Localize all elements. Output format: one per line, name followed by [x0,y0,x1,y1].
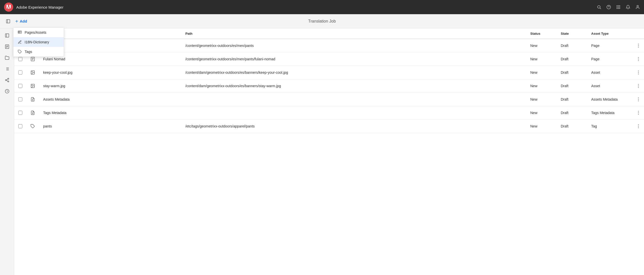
row-state: Draft [557,93,587,106]
table-row: keep-your-cool.jpg /content/dam/geometri… [14,66,644,79]
dropdown-item-tags-label: Tags [25,50,32,54]
svg-rect-9 [619,7,620,8]
svg-point-13 [637,5,638,7]
i18n-dictionary-icon [18,40,22,44]
row-status: New [526,120,557,133]
row-more-button[interactable] [637,69,640,76]
row-path: /content/dam/geometrixx-outdoors/es/bann… [181,79,526,93]
sidebar-icon-timeline[interactable] [2,86,12,96]
row-asset-type: Asset [587,66,633,79]
dropdown-item-tags[interactable]: Tags [13,47,64,57]
svg-line-1 [600,8,601,9]
notifications-icon[interactable] [626,5,630,9]
table-row: /content/geometrixx-outdoors/es/men/pant… [14,39,644,52]
row-name: pants [39,120,181,133]
svg-rect-21 [5,34,9,37]
row-path: /content/dam/geometrixx-outdoors/es/bann… [181,66,526,79]
add-button[interactable]: + Add [13,18,29,25]
row-more-button[interactable] [637,43,640,49]
svg-line-37 [6,79,8,80]
row-more-button[interactable] [637,96,640,102]
header-path[interactable]: Path [181,28,526,39]
row-actions [633,93,644,106]
svg-point-34 [5,80,7,81]
svg-rect-6 [619,5,620,6]
user-profile-icon[interactable] [635,5,640,9]
row-name: Tags Metadata [39,106,181,120]
dropdown-item-i18n-dictionary[interactable]: I18N-Dictionary [13,37,64,47]
row-path: /content/geometrixx-outdoors/es/men/pant… [181,52,526,66]
row-path [181,93,526,106]
row-type-icon [30,111,35,115]
row-status: New [526,93,557,106]
row-more-button[interactable] [637,83,640,89]
sidebar-icon-content-tree[interactable] [2,64,12,74]
row-asset-type: Asset [587,79,633,93]
row-checkbox-cell [14,66,26,79]
row-checkbox[interactable] [18,70,22,75]
row-checkbox-cell [14,120,26,133]
adobe-logo-icon [6,4,11,10]
row-more-button[interactable] [637,56,640,62]
header-status[interactable]: Status [526,28,557,39]
row-checkbox-cell [14,93,26,106]
row-checkbox-cell [14,106,26,120]
row-checkbox[interactable] [18,111,22,115]
row-more-button[interactable] [637,110,640,116]
search-icon[interactable] [597,5,601,9]
dropdown-item-pages-assets[interactable]: Pages/Assets [13,28,64,37]
row-asset-type: Tags Metadata [587,106,633,120]
add-button-label: Add [20,19,27,23]
row-state: Draft [557,52,587,66]
apps-grid-icon[interactable] [616,5,621,9]
main-layout: Name Path Status State Asset Type [0,28,644,275]
sidebar-toggle-button[interactable] [4,17,12,25]
row-path: /content/geometrixx-outdoors/es/men/pant… [181,39,526,52]
row-status: New [526,52,557,66]
row-actions [633,79,644,93]
help-icon[interactable] [606,5,611,9]
svg-point-0 [598,6,600,8]
sidebar-icon-references[interactable] [2,75,12,85]
row-status: New [526,66,557,79]
svg-line-36 [6,80,8,81]
row-actions [633,106,644,120]
row-checkbox[interactable] [18,97,22,101]
row-icon-cell [26,93,39,106]
table-row: Fulani Nomad /content/geometrixx-outdoor… [14,52,644,66]
svg-point-35 [8,81,9,82]
row-checkbox[interactable] [18,57,22,61]
table-row: pants /etc/tags/geometrixx-outdoors/appa… [14,120,644,133]
row-actions [633,39,644,52]
sidebar-icon-assets[interactable] [2,53,12,63]
row-status: New [526,79,557,93]
add-plus-icon: + [15,19,18,24]
table-row: Assets Metadata New Draft Assets Metadat… [14,93,644,106]
row-state: Draft [557,120,587,133]
svg-rect-14 [6,20,10,23]
row-type-icon [30,57,35,61]
table-area: Name Path Status State Asset Type [14,28,644,275]
row-state: Draft [557,39,587,52]
row-checkbox[interactable] [18,124,22,128]
row-checkbox[interactable] [18,84,22,88]
toolbar: + Add Translation Job Pages/Assets [0,14,644,28]
top-navigation: Adobe Experience Manager [0,0,644,14]
svg-rect-17 [19,31,20,33]
table-row: stay-warm.jpg /content/dam/geometrixx-ou… [14,79,644,93]
row-more-button[interactable] [637,123,640,129]
row-state: Draft [557,66,587,79]
translation-jobs-table: Name Path Status State Asset Type [14,28,644,133]
row-state: Draft [557,79,587,93]
header-state[interactable]: State [557,28,587,39]
row-type-icon [30,97,35,102]
tags-icon [18,49,22,54]
row-status: New [526,39,557,52]
sidebar-icon-panel[interactable] [2,30,12,41]
sidebar-icon-pages[interactable] [2,42,12,52]
app-logo[interactable] [4,3,13,12]
top-nav-icons [597,5,640,9]
header-asset-type[interactable]: Asset Type [587,28,633,39]
svg-rect-11 [618,8,619,9]
dropdown-item-i18n-label: I18N-Dictionary [25,40,49,44]
